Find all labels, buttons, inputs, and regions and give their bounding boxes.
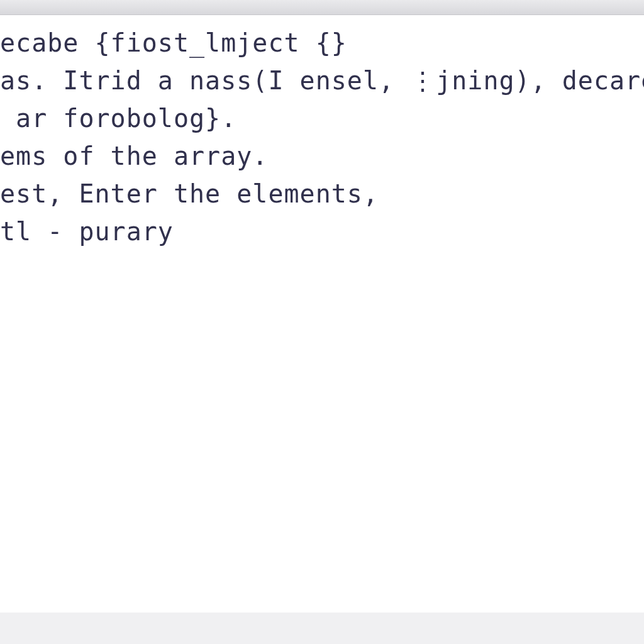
code-line: tl - purary — [0, 213, 644, 250]
code-line: ems of the array. — [0, 137, 644, 175]
code-line: ecabe {fiost_lmject {} — [0, 24, 644, 62]
code-editor[interactable]: ecabe {fiost_lmject {} as. Itrid a nass(… — [0, 15, 644, 613]
window-titlebar — [0, 0, 644, 15]
code-line: est, Enter the elements, — [0, 175, 644, 213]
code-line: as. Itrid a nass(I ensel, ⋮jning), decar… — [0, 62, 644, 99]
code-line: ar forobolog}. — [0, 99, 644, 137]
